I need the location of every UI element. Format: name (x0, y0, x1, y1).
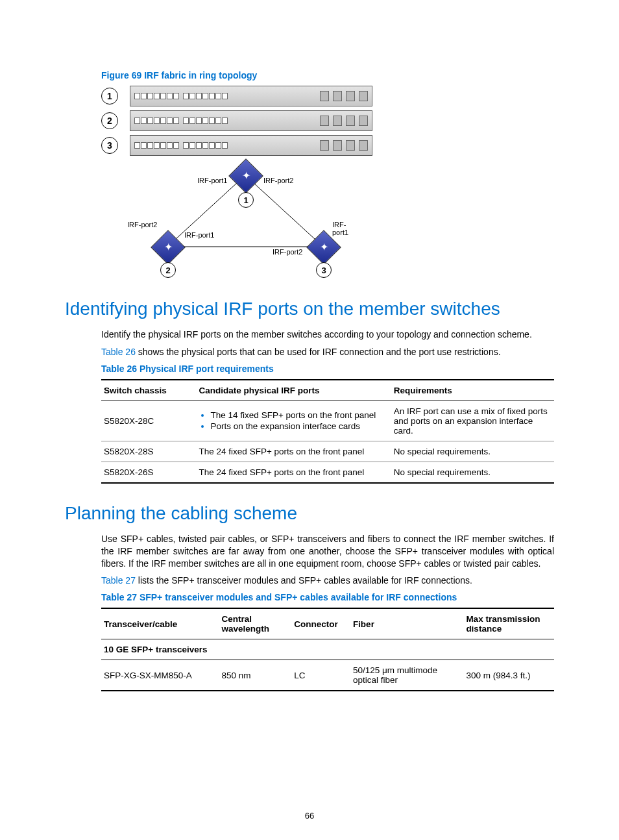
table-row: S5820X-28S The 24 fixed SFP+ ports on th… (101, 441, 554, 462)
section-heading-cabling: Planning the cabling scheme (65, 503, 554, 524)
table-26-link[interactable]: Table 26 (101, 347, 136, 357)
table-cell: LC (291, 660, 350, 691)
table-cell: The 24 fixed SFP+ ports on the front pan… (197, 462, 391, 483)
body-paragraph: Identify the physical IRF ports on the m… (101, 328, 554, 341)
table-26-caption: Table 26 Physical IRF port requirements (101, 364, 554, 374)
table-cell: 300 m (984.3 ft.) (463, 660, 554, 691)
table-cell: The 24 fixed SFP+ ports on the front pan… (197, 441, 391, 462)
table-row: SFP-XG-SX-MM850-A 850 nm LC 50/125 μm mu… (101, 660, 554, 691)
rack-label-1: 1 (101, 88, 118, 105)
table-header: Connector (291, 608, 350, 639)
topology-node-2: ✦ (156, 235, 179, 258)
table-cell: No special requirements. (391, 441, 554, 462)
body-paragraph: Table 26 shows the physical ports that c… (101, 346, 554, 358)
section-heading-identifying: Identifying physical IRF ports on the me… (65, 299, 554, 319)
rack-label-2: 2 (101, 112, 118, 129)
table-cell: S5820X-28S (101, 441, 197, 462)
rack-row-1: 1 (101, 86, 554, 106)
table-cell: No special requirements. (391, 462, 554, 483)
table-header: Central wavelength (219, 608, 291, 639)
switch-unit (130, 86, 372, 106)
edge-label: IRF-port2 (263, 177, 293, 184)
table-section-row: 10 GE SFP+ transceivers (101, 639, 554, 660)
topology-node-3: ✦ (311, 235, 335, 258)
table-header: Transceiver/cable (101, 608, 219, 639)
rack-label-3: 3 (101, 137, 118, 154)
body-paragraph: Table 27 lists the SFP+ transceiver modu… (101, 574, 554, 587)
figure-69-diagram: 1 2 3 (101, 86, 554, 273)
table-row: S5820X-28C The 14 fixed SFP+ ports on th… (101, 401, 554, 441)
table-header: Candidate physical IRF ports (197, 380, 391, 401)
table-cell: 50/125 μm multimode optical fiber (350, 660, 464, 691)
page-number: 66 (0, 811, 619, 821)
edge-label: IRF-port2 (127, 221, 157, 229)
table-27: Transceiver/cable Central wavelength Con… (101, 608, 554, 691)
edge-label: IRF-port1 (332, 221, 362, 236)
switch-unit (130, 110, 372, 131)
table-header: Fiber (350, 608, 464, 639)
table-26: Switch chassis Candidate physical IRF po… (101, 379, 554, 484)
topology-node-label-3: 3 (316, 262, 332, 278)
table-27-caption: Table 27 SFP+ transceiver modules and SF… (101, 592, 554, 602)
table-cell: The 14 fixed SFP+ ports on the front pan… (197, 401, 391, 441)
edge-label: IRF-port2 (273, 248, 302, 256)
table-cell: S5820X-26S (101, 462, 197, 483)
rack-row-3: 3 (101, 135, 554, 156)
table-cell: S5820X-28C (101, 401, 197, 441)
body-text: lists the SFP+ transceiver modules and S… (136, 575, 472, 586)
edge-label: IRF-port1 (197, 177, 227, 184)
edge-label: IRF-port1 (184, 231, 214, 239)
switch-unit (130, 135, 372, 156)
rack-row-2: 2 (101, 110, 554, 131)
table-cell: 850 nm (219, 660, 291, 691)
list-item: Ports on the expansion interface cards (211, 421, 385, 431)
table-header: Max transmission distance (463, 608, 554, 639)
body-text: shows the physical ports that can be use… (136, 347, 501, 357)
table-header: Requirements (391, 380, 554, 401)
table-row: S5820X-26S The 24 fixed SFP+ ports on th… (101, 462, 554, 483)
figure-caption: Figure 69 IRF fabric in ring topology (101, 70, 554, 80)
topology-node-label-2: 2 (160, 262, 176, 278)
topology-node-label-1: 1 (238, 192, 254, 208)
table-cell: 10 GE SFP+ transceivers (101, 639, 554, 660)
table-cell: An IRF port can use a mix of fixed ports… (391, 401, 554, 441)
table-header: Switch chassis (101, 380, 197, 401)
table-27-link[interactable]: Table 27 (101, 575, 136, 586)
topology-triangle: ✦ 1 ✦ 2 ✦ 3 IRF-port1 IRF-port2 IRF-port… (128, 162, 362, 273)
body-paragraph: Use SFP+ cables, twisted pair cables, or… (101, 533, 554, 570)
topology-node-1: ✦ (234, 164, 257, 187)
table-cell: SFP-XG-SX-MM850-A (101, 660, 219, 691)
list-item: The 14 fixed SFP+ ports on the front pan… (211, 410, 385, 420)
